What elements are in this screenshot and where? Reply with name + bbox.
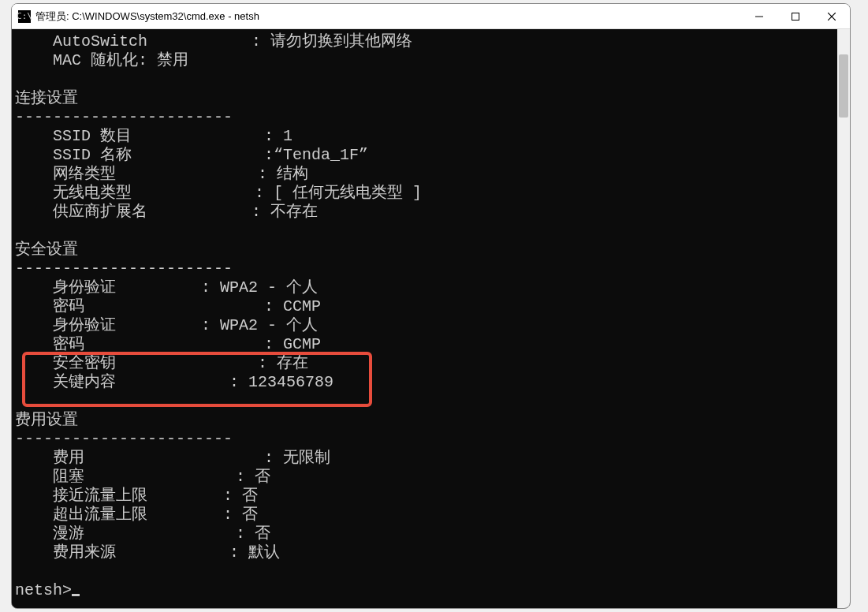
output-line: 漫游 : 否 (15, 524, 270, 543)
section-divider: ----------------------- (15, 108, 233, 126)
section-title-cost: 费用设置 (15, 411, 78, 429)
output-line: SSID 名称 :“Tenda_1F” (15, 146, 368, 164)
output-line: 网络类型 : 结构 (15, 165, 308, 183)
output-line: 身份验证 : WPA2 - 个人 (15, 278, 318, 297)
section-divider: ----------------------- (15, 430, 233, 448)
netsh-prompt[interactable]: netsh> (15, 581, 80, 599)
output-line: 关键内容 : 123456789 (15, 373, 333, 391)
output-line: SSID 数目 : 1 (15, 127, 292, 145)
section-title-conn: 连接设置 (15, 89, 78, 107)
output-line: 供应商扩展名 : 不存在 (15, 203, 318, 221)
output-line: 费用 : 无限制 (15, 449, 330, 467)
output-line: 密码 : GCMP (15, 335, 321, 353)
cmd-icon: C:\ (18, 10, 31, 23)
output-line: 无线电类型 : [ 任何无线电类型 ] (15, 184, 422, 202)
section-divider: ----------------------- (15, 259, 233, 278)
output-line: AutoSwitch : 请勿切换到其他网络 (15, 32, 412, 50)
scrollbar[interactable] (837, 29, 850, 608)
output-line: MAC 随机化: 禁用 (15, 51, 188, 69)
svg-rect-1 (792, 13, 799, 20)
window-controls (741, 4, 850, 28)
output-line: 超出流量上限 : 否 (15, 506, 258, 524)
output-line: 费用来源 : 默认 (15, 543, 280, 562)
cursor-icon (72, 594, 80, 596)
titlebar[interactable]: C:\ 管理员: C:\WINDOWS\system32\cmd.exe - n… (12, 4, 850, 29)
window-title: 管理员: C:\WINDOWS\system32\cmd.exe - netsh (35, 9, 741, 24)
section-title-sec: 安全设置 (15, 241, 78, 259)
terminal-output[interactable]: AutoSwitch : 请勿切换到其他网络 MAC 随机化: 禁用 连接设置 … (12, 29, 837, 608)
maximize-button[interactable] (777, 4, 814, 28)
output-line: 接近流量上限 : 否 (15, 487, 258, 505)
terminal-area: AutoSwitch : 请勿切换到其他网络 MAC 随机化: 禁用 连接设置 … (12, 29, 850, 608)
scrollbar-thumb[interactable] (839, 54, 848, 118)
output-line: 密码 : CCMP (15, 297, 321, 315)
output-line: 安全密钥 : 存在 (15, 354, 308, 372)
cmd-window: C:\ 管理员: C:\WINDOWS\system32\cmd.exe - n… (11, 3, 851, 609)
output-line: 阻塞 : 否 (15, 468, 270, 486)
output-line: 身份验证 : WPA2 - 个人 (15, 316, 318, 334)
minimize-button[interactable] (741, 4, 777, 28)
close-button[interactable] (814, 4, 850, 28)
